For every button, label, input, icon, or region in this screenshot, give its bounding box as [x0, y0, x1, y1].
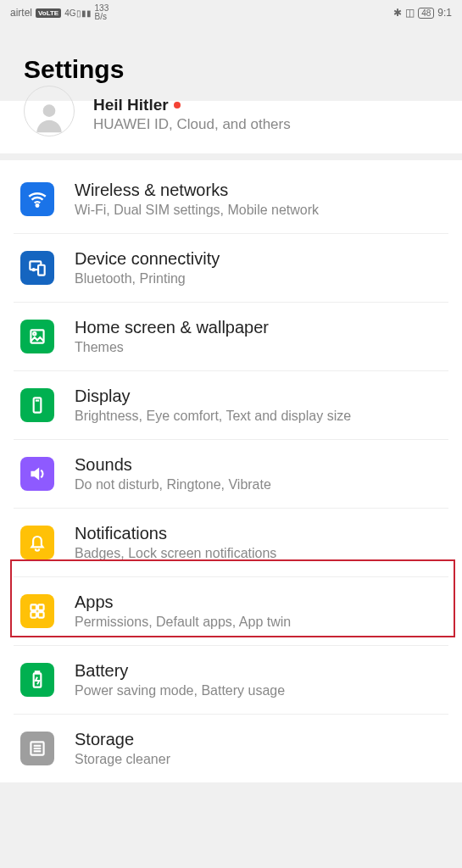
- page-title: Settings: [24, 55, 438, 84]
- item-desc: Permissions, Default apps, App twin: [75, 615, 442, 630]
- item-battery[interactable]: Battery Power saving mode, Battery usage: [14, 646, 448, 715]
- item-home-screen[interactable]: Home screen & wallpaper Themes: [14, 303, 448, 371]
- net-speed: 133B/s: [95, 4, 109, 21]
- sound-icon: [20, 457, 54, 491]
- item-title: Wireless & networks: [75, 181, 442, 200]
- item-desc: Storage cleaner: [75, 752, 442, 767]
- svg-rect-12: [38, 612, 44, 618]
- bell-icon: [20, 526, 54, 559]
- item-desc: Power saving mode, Battery usage: [75, 683, 442, 698]
- account-desc: HUAWEI ID, Cloud, and others: [93, 116, 438, 133]
- carrier-label: airtel: [10, 7, 32, 19]
- item-title: Notifications: [75, 524, 442, 543]
- svg-rect-11: [31, 612, 36, 618]
- item-display[interactable]: Display Brightness, Eye comfort, Text an…: [14, 371, 448, 440]
- bluetooth-icon: ✱: [393, 7, 402, 19]
- status-bar: airtel VoLTE 4G▯▮▮ 133B/s ✱ ◫ 48 9:1: [0, 0, 462, 25]
- item-wireless-networks[interactable]: Wireless & networks Wi-Fi, Dual SIM sett…: [14, 160, 448, 234]
- account-name: Heil Hitler: [93, 96, 438, 114]
- devices-icon: [20, 251, 54, 285]
- notification-dot: [174, 102, 181, 108]
- picture-icon: [20, 320, 54, 353]
- svg-point-0: [43, 104, 56, 117]
- item-title: Battery: [75, 661, 442, 681]
- item-apps[interactable]: Apps Permissions, Default apps, App twin: [14, 577, 448, 646]
- svg-rect-3: [38, 265, 45, 275]
- item-title: Sounds: [75, 455, 442, 475]
- battery-icon: [20, 663, 54, 697]
- item-title: Apps: [75, 593, 442, 612]
- vibrate-icon: ◫: [405, 7, 415, 19]
- signal-icon: 4G▯▮▮: [64, 8, 91, 18]
- svg-rect-10: [38, 604, 44, 610]
- item-title: Storage: [75, 730, 442, 749]
- item-title: Display: [75, 387, 442, 406]
- wifi-icon: [20, 182, 54, 216]
- battery-icon: 48: [418, 8, 434, 19]
- page-header: Settings: [0, 25, 462, 101]
- item-desc: Do not disturb, Ringtone, Vibrate: [75, 477, 442, 492]
- apps-icon: [20, 594, 54, 628]
- svg-point-6: [33, 332, 36, 335]
- item-storage[interactable]: Storage Storage cleaner: [14, 715, 448, 782]
- svg-point-1: [36, 204, 39, 207]
- item-notifications[interactable]: Notifications Badges, Lock screen notifi…: [14, 509, 448, 577]
- account-row[interactable]: Heil Hitler HUAWEI ID, Cloud, and others: [0, 101, 462, 160]
- display-icon: [20, 388, 54, 422]
- item-desc: Wi-Fi, Dual SIM settings, Mobile network: [75, 203, 442, 218]
- item-desc: Themes: [75, 340, 442, 355]
- svg-point-4: [33, 269, 35, 270]
- clock: 9:1: [437, 7, 452, 19]
- item-title: Device connectivity: [75, 249, 442, 269]
- item-desc: Badges, Lock screen notifications: [75, 546, 442, 561]
- item-title: Home screen & wallpaper: [75, 318, 442, 337]
- item-sounds[interactable]: Sounds Do not disturb, Ringtone, Vibrate: [14, 440, 448, 509]
- svg-rect-14: [36, 671, 39, 673]
- volte-badge: VoLTE: [36, 8, 61, 18]
- storage-icon: [20, 732, 54, 765]
- svg-rect-9: [31, 604, 36, 610]
- item-desc: Brightness, Eye comfort, Text and displa…: [75, 409, 442, 424]
- item-desc: Bluetooth, Printing: [75, 271, 442, 287]
- avatar: [24, 86, 75, 136]
- item-device-connectivity[interactable]: Device connectivity Bluetooth, Printing: [14, 234, 448, 303]
